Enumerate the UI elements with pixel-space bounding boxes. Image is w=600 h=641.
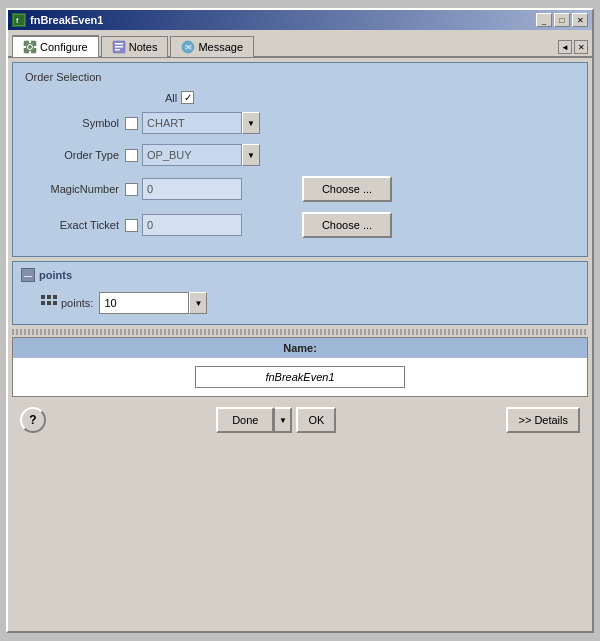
window-title: fnBreakEven1 — [30, 14, 103, 26]
details-button[interactable]: >> Details — [506, 407, 580, 433]
svg-rect-17 — [41, 301, 45, 305]
order-type-dropdown-group: OP_BUY ▼ — [142, 144, 260, 166]
points-dropdown-button[interactable]: ▼ — [189, 292, 207, 314]
tab-close[interactable]: ✕ — [574, 40, 588, 54]
content-area: Order Selection All Symbol CHART ▼ Or — [8, 58, 592, 623]
title-bar: f fnBreakEven1 _ □ ✕ — [8, 10, 592, 30]
svg-rect-18 — [47, 301, 51, 305]
tab-notes[interactable]: Notes — [101, 36, 169, 57]
magic-number-checkbox[interactable] — [125, 183, 138, 196]
points-input[interactable] — [99, 292, 189, 314]
all-checkbox[interactable] — [181, 91, 194, 104]
magic-number-row: MagicNumber Choose ... — [25, 176, 575, 202]
svg-rect-10 — [115, 46, 123, 48]
magic-number-choose-button[interactable]: Choose ... — [302, 176, 392, 202]
svg-text:✉: ✉ — [185, 43, 192, 52]
all-label: All — [165, 92, 177, 104]
svg-rect-19 — [53, 301, 57, 305]
order-type-dropdown-button[interactable]: ▼ — [242, 144, 260, 166]
collapse-icon[interactable]: — — [21, 268, 35, 282]
help-button[interactable]: ? — [20, 407, 46, 433]
points-section: — points points: ▼ — [12, 261, 588, 325]
divider — [12, 329, 588, 335]
window-icon: f — [12, 13, 26, 27]
svg-rect-11 — [115, 49, 120, 51]
svg-rect-7 — [34, 46, 37, 48]
exact-ticket-label: Exact Ticket — [25, 219, 125, 231]
exact-ticket-input[interactable] — [142, 214, 242, 236]
done-dropdown-button[interactable]: ▼ — [274, 407, 292, 433]
exact-ticket-row: Exact Ticket Choose ... — [25, 212, 575, 238]
tabs-actions: ◄ ✕ — [558, 40, 588, 56]
message-icon: ✉ — [181, 40, 195, 54]
all-row: All — [25, 91, 575, 104]
order-type-row: Order Type OP_BUY ▼ — [25, 144, 575, 166]
name-section: Name: — [12, 337, 588, 397]
gear-icon — [23, 40, 37, 54]
tab-notes-label: Notes — [129, 41, 158, 53]
order-selection-section: Order Selection All Symbol CHART ▼ Or — [12, 62, 588, 257]
done-group: Done ▼ — [216, 407, 292, 433]
close-button[interactable]: ✕ — [572, 13, 588, 27]
symbol-row: Symbol CHART ▼ — [25, 112, 575, 134]
main-window: f fnBreakEven1 _ □ ✕ Configure — [6, 8, 594, 633]
points-grid-icon — [41, 295, 57, 311]
svg-rect-6 — [23, 46, 26, 48]
order-type-dropdown-value: OP_BUY — [142, 144, 242, 166]
points-dropdown-group: ▼ — [99, 292, 207, 314]
maximize-button[interactable]: □ — [554, 13, 570, 27]
points-section-title: points — [39, 269, 72, 281]
svg-rect-14 — [41, 295, 45, 299]
tabs-bar: Configure Notes ✉ Message ◄ ✕ — [8, 30, 592, 58]
points-row: points: ▼ — [21, 288, 579, 318]
svg-rect-9 — [115, 43, 123, 45]
svg-rect-15 — [47, 295, 51, 299]
name-body — [13, 358, 587, 396]
title-controls: _ □ ✕ — [536, 13, 588, 27]
symbol-checkbox[interactable] — [125, 117, 138, 130]
name-header: Name: — [13, 338, 587, 358]
points-section-header: — points — [21, 268, 579, 282]
exact-ticket-checkbox[interactable] — [125, 219, 138, 232]
symbol-label: Symbol — [25, 117, 125, 129]
tab-configure-label: Configure — [40, 41, 88, 53]
symbol-dropdown-button[interactable]: ▼ — [242, 112, 260, 134]
exact-ticket-choose-button[interactable]: Choose ... — [302, 212, 392, 238]
tab-scroll-left[interactable]: ◄ — [558, 40, 572, 54]
tab-message[interactable]: ✉ Message — [170, 36, 254, 57]
svg-rect-16 — [53, 295, 57, 299]
tab-message-label: Message — [198, 41, 243, 53]
bottom-bar: ? Done ▼ OK >> Details — [12, 401, 588, 439]
done-button[interactable]: Done — [216, 407, 274, 433]
svg-rect-5 — [29, 51, 31, 54]
symbol-dropdown-group: CHART ▼ — [142, 112, 260, 134]
magic-number-input[interactable] — [142, 178, 242, 200]
svg-rect-4 — [29, 40, 31, 43]
symbol-dropdown-value: CHART — [142, 112, 242, 134]
notes-icon — [112, 40, 126, 54]
ok-button[interactable]: OK — [296, 407, 336, 433]
order-selection-title: Order Selection — [25, 71, 575, 83]
order-type-checkbox[interactable] — [125, 149, 138, 162]
points-label: points: — [61, 297, 93, 309]
magic-number-label: MagicNumber — [25, 183, 125, 195]
order-type-label: Order Type — [25, 149, 125, 161]
minimize-button[interactable]: _ — [536, 13, 552, 27]
tab-configure[interactable]: Configure — [12, 35, 99, 57]
name-input[interactable] — [195, 366, 405, 388]
